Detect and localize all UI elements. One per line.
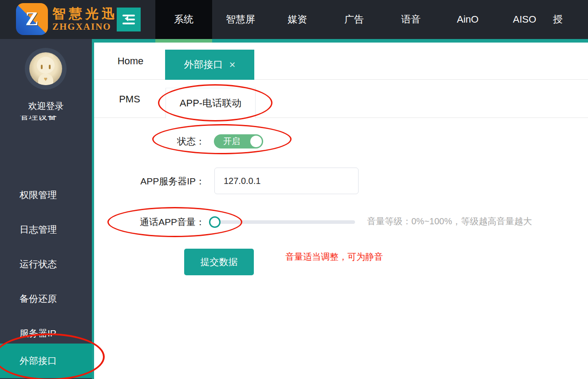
close-icon[interactable]: × (229, 59, 235, 70)
sidebar-item-backup-restore[interactable]: 备份还原 (0, 281, 92, 316)
active-nav-underline (155, 39, 212, 43)
tab-home[interactable]: Home (101, 43, 160, 80)
heart-icon: ♥ (44, 75, 47, 82)
logo-subtitle: ZHGXAINO (52, 21, 118, 32)
content-left-accent (92, 39, 94, 379)
nav-item-smart-screen[interactable]: 智慧屏 (212, 0, 269, 39)
volume-slider-knob[interactable] (209, 216, 221, 228)
status-label: 状态： (94, 134, 205, 148)
volume-slider-track[interactable] (214, 220, 355, 224)
logo-title: 智慧光迅 (52, 6, 118, 21)
nav-item-system[interactable]: 系统 (155, 0, 212, 39)
nav-item-clipped[interactable]: 授 (553, 0, 566, 39)
user-avatar: ♥ (25, 48, 67, 90)
main-content: Home 外部接口 × PMS APP-电话联动 状态： 开启 APP服务器IP… (94, 43, 588, 379)
volume-note: 音量适当调整，可为静音 (285, 251, 383, 262)
avatar-image: ♥ (29, 52, 62, 85)
sidebar-item-device-management[interactable]: 管理设备 (20, 116, 57, 127)
subtab-pms[interactable]: PMS (101, 80, 158, 118)
menu-collapse-button[interactable] (117, 8, 141, 31)
top-bar: Z 智慧光迅 ZHGXAINO 系统 智慧屏 媒资 广告 语音 AinO AIS… (0, 0, 588, 39)
sidebar: ♥ 欢迎登录 管理设备 权限管理 日志管理 运行状态 备份还原 服务器IP 定时… (0, 39, 92, 379)
logo-monogram: Z (25, 9, 38, 29)
menu-fold-icon (122, 15, 135, 24)
status-toggle[interactable]: 开启 (214, 134, 263, 148)
top-nav: 系统 智慧屏 媒资 广告 语音 AinO AISO 授 (155, 0, 566, 39)
logo-icon: Z (16, 3, 48, 35)
submit-button[interactable]: 提交数据 (184, 249, 254, 275)
nav-item-voice[interactable]: 语音 (383, 0, 439, 39)
ip-label: APP服务器IP： (94, 174, 205, 188)
app-window: Z 智慧光迅 ZHGXAINO 系统 智慧屏 媒资 广告 语音 AinO AIS… (0, 0, 588, 379)
volume-hint: 音量等级：0%~100%，等级越高音量越大 (367, 215, 532, 227)
tab-label: 外部接口 (184, 58, 223, 71)
sidebar-item-logs[interactable]: 日志管理 (0, 212, 92, 247)
sidebar-item-running-status[interactable]: 运行状态 (0, 247, 92, 281)
app-logo: Z 智慧光迅 ZHGXAINO (16, 3, 118, 35)
ip-input[interactable] (214, 168, 359, 194)
welcome-text: 欢迎登录 (0, 100, 92, 112)
tab-external-interface[interactable]: 外部接口 × (165, 50, 254, 80)
nav-item-ads[interactable]: 广告 (326, 0, 383, 39)
nav-item-aiso[interactable]: AISO (496, 0, 553, 39)
sidebar-item-permission[interactable]: 权限管理 (0, 178, 92, 212)
nav-item-media[interactable]: 媒资 (269, 0, 326, 39)
toggle-state-label: 开启 (223, 134, 240, 148)
sidebar-item-external-interface[interactable]: 外部接口 (0, 344, 92, 378)
subtab-app-phone-linkage[interactable]: APP-电话联动 (166, 88, 256, 118)
toggle-knob (250, 136, 262, 147)
nav-item-aino[interactable]: AinO (439, 0, 496, 39)
volume-label: 通话APP音量： (94, 215, 205, 229)
